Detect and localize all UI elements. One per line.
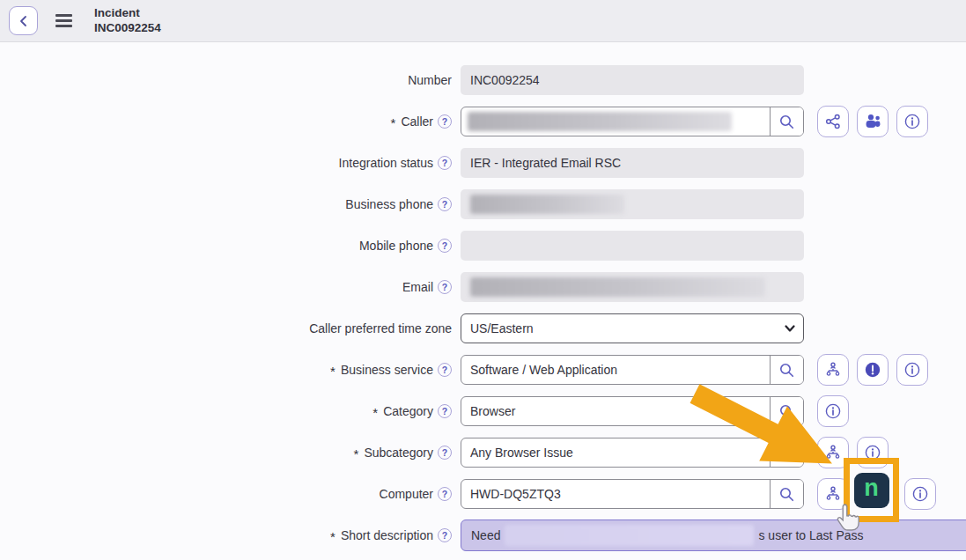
subcategory-label: * Subcategory ?: [0, 446, 452, 461]
email-label: Email ?: [0, 280, 452, 294]
business-phone-redacted-value: [470, 195, 624, 214]
caller-reference-group: [461, 107, 804, 136]
org-chart-icon: [824, 444, 842, 461]
help-icon[interactable]: ?: [438, 114, 452, 129]
search-icon: [778, 403, 795, 420]
field-row-number: Number INC0092254: [0, 65, 966, 95]
number-label: Number: [0, 73, 452, 87]
field-row-business-service: * Business service ?: [0, 355, 966, 385]
help-icon[interactable]: ?: [438, 197, 452, 211]
computer-label: Computer ?: [0, 487, 452, 501]
field-row-subcategory: * Subcategory ?: [0, 438, 966, 468]
mobile-phone-field: [461, 231, 804, 261]
help-icon[interactable]: ?: [438, 404, 452, 418]
help-icon[interactable]: ?: [438, 280, 452, 294]
caller-label: * Caller ?: [0, 114, 452, 129]
business-service-input[interactable]: [461, 356, 770, 384]
caller-lookup-button[interactable]: [770, 107, 803, 136]
help-icon[interactable]: ?: [438, 363, 452, 377]
short-description-redacted-value: [505, 525, 754, 546]
field-row-computer: Computer ?: [0, 479, 966, 509]
share-icon: [824, 113, 842, 130]
short-description-label: * Short description ?: [0, 528, 452, 543]
business-service-reference-group: [461, 355, 804, 385]
category-input[interactable]: [461, 397, 770, 425]
subcategory-reference-group: [461, 438, 804, 468]
help-icon[interactable]: ?: [438, 446, 452, 460]
nexthink-button[interactable]: n: [854, 473, 889, 508]
field-row-business-phone: Business phone ?: [0, 189, 966, 219]
short-description-text-prefix: Need: [471, 528, 500, 542]
email-redacted-value: [470, 277, 765, 297]
help-icon[interactable]: ?: [438, 528, 452, 542]
annotation-highlight-box: n: [844, 458, 899, 522]
computer-lookup-button[interactable]: [770, 480, 803, 508]
required-marker: *: [391, 115, 396, 130]
business-service-alert-button[interactable]: [857, 354, 889, 386]
incident-form: Number INC0092254 * Caller ?: [0, 42, 966, 550]
required-marker: *: [372, 405, 378, 420]
search-icon: [778, 114, 795, 130]
chevron-left-icon: [18, 15, 30, 27]
business-service-info-button[interactable]: [896, 354, 928, 386]
alert-icon: [864, 361, 881, 379]
search-icon: [778, 486, 795, 503]
email-field: [461, 272, 804, 302]
business-phone-field: [461, 189, 804, 219]
field-row-short-description: * Short description ? Need s user to Las…: [0, 520, 966, 550]
integration-status-field: IER - Integrated Email RSC: [461, 148, 804, 178]
search-icon: [778, 362, 795, 379]
field-row-mobile-phone: Mobile phone ?: [0, 231, 966, 261]
info-icon: [911, 485, 929, 503]
field-row-integration-status: Integration status ? IER - Integrated Em…: [0, 148, 966, 178]
org-chart-icon: [824, 485, 842, 503]
category-info-button[interactable]: [817, 395, 849, 427]
field-row-category: * Category ?: [0, 396, 966, 426]
nexthink-icon: n: [864, 476, 879, 500]
info-icon: [903, 113, 921, 130]
form-header: Incident INC0092254: [0, 0, 966, 42]
org-chart-icon: [824, 361, 842, 379]
category-lookup-button[interactable]: [770, 397, 803, 425]
short-description-text-suffix: s user to Last Pass: [758, 528, 863, 542]
caller-redacted-value: [468, 112, 732, 131]
record-type: Incident: [94, 6, 161, 20]
required-marker: *: [354, 446, 359, 461]
timezone-select[interactable]: US/Eastern: [461, 313, 804, 343]
help-icon[interactable]: ?: [438, 156, 452, 170]
integration-status-label: Integration status ?: [0, 156, 452, 170]
page-title: Incident INC0092254: [94, 6, 161, 35]
required-marker: *: [330, 529, 336, 544]
record-number: INC0092254: [94, 21, 161, 35]
info-icon: [824, 402, 842, 420]
business-service-label: * Business service ?: [0, 363, 452, 378]
caller-org-chart-button[interactable]: [817, 106, 849, 137]
short-description-input[interactable]: Need s user to Last Pass: [461, 519, 966, 551]
required-marker: *: [330, 364, 336, 379]
business-service-lookup-button[interactable]: [770, 356, 803, 384]
subcategory-input[interactable]: [461, 438, 770, 467]
back-button[interactable]: [9, 6, 38, 35]
info-icon: [903, 361, 921, 379]
business-service-hierarchy-button[interactable]: [817, 354, 849, 386]
context-menu-icon[interactable]: [55, 14, 72, 26]
computer-input[interactable]: [461, 480, 770, 508]
field-row-email: Email ?: [0, 272, 966, 302]
caller-info-button[interactable]: [896, 106, 928, 137]
category-reference-group: [461, 396, 804, 426]
category-label: * Category ?: [0, 404, 452, 419]
search-icon: [778, 445, 795, 461]
number-field: INC0092254: [461, 65, 804, 95]
subcategory-lookup-button[interactable]: [770, 438, 803, 467]
computer-reference-group: [461, 479, 804, 509]
help-icon[interactable]: ?: [438, 487, 452, 501]
caller-teams-button[interactable]: [857, 106, 889, 137]
field-row-caller: * Caller ?: [0, 107, 966, 136]
field-row-timezone: Caller preferred time zone US/Eastern: [0, 313, 966, 343]
timezone-label: Caller preferred time zone: [0, 321, 452, 335]
teams-icon: [863, 112, 882, 131]
business-phone-label: Business phone ?: [0, 197, 452, 211]
mobile-phone-label: Mobile phone ?: [0, 239, 452, 253]
help-icon[interactable]: ?: [438, 239, 452, 253]
computer-info-button[interactable]: [904, 478, 936, 510]
